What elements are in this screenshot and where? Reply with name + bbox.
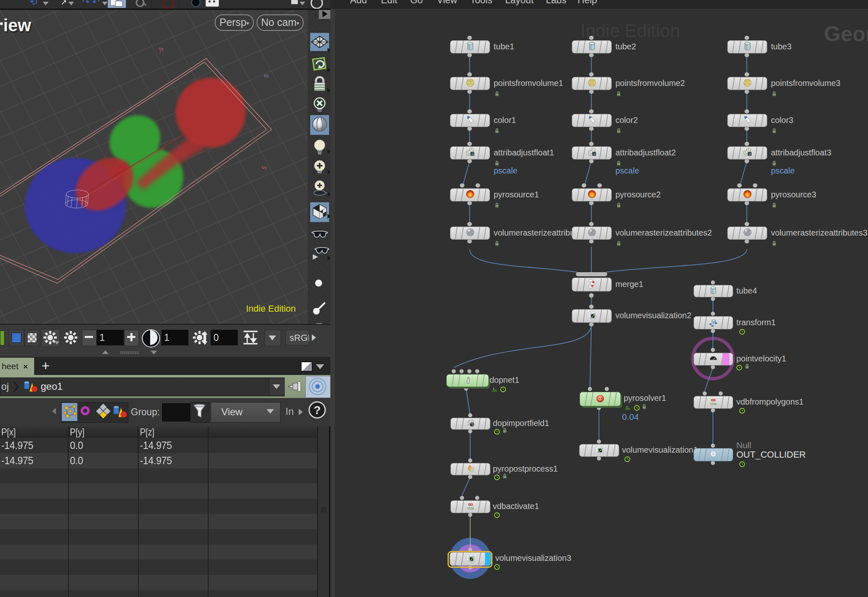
svg-text:VDB: VDB: [467, 506, 474, 510]
svg-text:.2: .2: [748, 152, 751, 156]
svg-text:.2: .2: [593, 152, 595, 156]
svg-text:.2: .2: [471, 152, 473, 156]
svg-text:VDB: VDB: [710, 402, 717, 405]
